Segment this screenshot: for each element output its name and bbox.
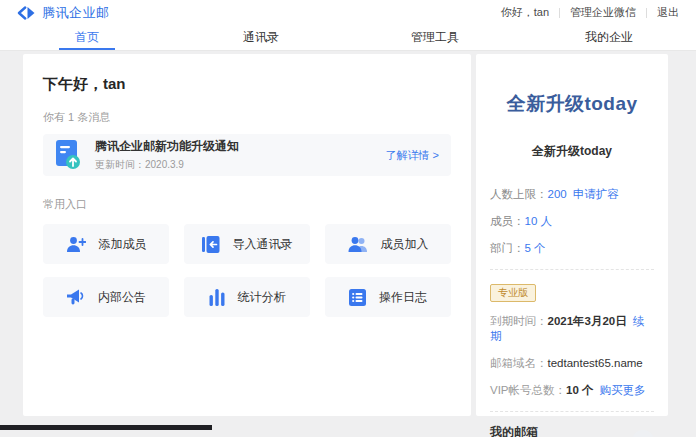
notification-text: 腾讯企业邮新功能升级通知 更新时间：2020.3.9 [95,138,239,172]
divider [646,8,647,18]
exmail-logo-icon [17,6,36,20]
upgrade-banner-subtitle[interactable]: 全新升级today [490,143,654,160]
manage-wechat-link[interactable]: 管理企业微信 [570,5,636,20]
quick-entry-label: 添加成员 [99,236,147,253]
top-links: 你好，tan 管理企业微信 退出 [501,5,679,20]
operation-log-icon [349,289,366,306]
org-stats: 人数上限：200申请扩容 成员：10 人 部门：5 个 [490,187,654,256]
notification-detail-link[interactable]: 了解详情 > [386,148,439,163]
quick-entry-label: 操作日志 [379,289,427,306]
quick-entry-label: 导入通讯录 [233,236,293,253]
greeting-title: 下午好，tan [43,75,451,94]
expire-value: 2021年3月20日 [548,315,627,327]
user-greeting-link[interactable]: 你好，tan [501,5,549,20]
member-join-button[interactable]: 成员加入 [325,224,451,264]
tab-my-company[interactable]: 我的企业 [522,25,696,50]
member-limit-row: 人数上限：200申请扩容 [490,187,654,202]
internal-announcement-button[interactable]: 内部公告 [43,277,169,317]
sidebar-panel: 全新升级today 全新升级today 人数上限：200申请扩容 成员：10 人… [476,54,668,416]
expire-row: 到期时间：2021年3月20日续期 [490,314,654,344]
expire-label: 到期时间： [490,315,548,327]
member-limit-label: 人数上限： [490,188,548,200]
logo-text: 腾讯企业邮 [42,4,110,22]
add-member-icon [66,236,86,253]
department-count-label: 部门： [490,242,525,254]
notification-title: 腾讯企业邮新功能升级通知 [95,138,239,155]
import-contacts-icon [202,236,220,253]
app-logo[interactable]: 腾讯企业邮 [17,4,110,22]
expand-capacity-link[interactable]: 申请扩容 [573,188,619,200]
member-limit-value: 200 [548,188,567,200]
tab-contacts[interactable]: 通讯录 [174,25,348,50]
divider [559,8,560,18]
content-area: 下午好，tan 你有 1 条消息 腾讯企业邮新功能升级通知 更新时间：2020.… [23,54,668,416]
vip-label: VIP帐号总数： [490,384,566,396]
notification-updated: 更新时间：2020.3.9 [95,158,239,172]
quick-entry-label: 内部公告 [98,289,146,306]
domain-label: 邮箱域名： [490,357,548,369]
add-member-button[interactable]: 添加成员 [43,224,169,264]
domain-value: tedtantest65.name [548,357,643,369]
member-count-row: 成员：10 人 [490,214,654,229]
member-join-icon [348,236,368,253]
plan-badge: 专业版 [490,284,536,302]
quick-entry-label: 统计分析 [238,289,286,306]
member-count-value: 10 人 [525,215,553,227]
member-count-label: 成员： [490,215,525,227]
department-count-value: 5 个 [525,242,546,254]
bottom-scrub-bar [0,425,212,430]
divider [490,411,654,412]
department-count-row: 部门：5 个 [490,241,654,256]
statistics-button[interactable]: 统计分析 [184,277,310,317]
top-header: 腾讯企业邮 你好，tan 管理企业微信 退出 [0,0,696,25]
notification-card[interactable]: 腾讯企业邮新功能升级通知 更新时间：2020.3.9 了解详情 > [43,134,451,176]
my-mailbox-title: 我的邮箱 [490,424,613,437]
import-contacts-button[interactable]: 导入通讯录 [184,224,310,264]
tab-admin-tools[interactable]: 管理工具 [348,25,522,50]
domain-row: 邮箱域名：tedtantest65.name [490,356,654,371]
vip-row: VIP帐号总数：10 个购买更多 [490,383,654,398]
quick-entries-grid: 添加成员 导入通讯录 成员加入 [43,224,451,317]
upgrade-banner[interactable]: 全新升级today [490,91,654,117]
statistics-icon [209,289,225,306]
buy-more-link[interactable]: 购买更多 [600,384,646,396]
operation-log-button[interactable]: 操作日志 [325,277,451,317]
messages-hint: 你有 1 条消息 [43,110,451,125]
tab-home[interactable]: 首页 [0,25,174,50]
upgrade-notice-icon [55,140,81,170]
main-nav: 首页 通讯录 管理工具 我的企业 [0,25,696,51]
goto-mailbox-button[interactable]: → [632,430,654,437]
arrow-right-icon: → [637,434,649,437]
quick-entries-title: 常用入口 [43,197,451,212]
announcement-icon [66,289,85,305]
my-mailbox-info: 我的邮箱 kefu1@tedtantest65.name [490,424,613,437]
my-mailbox-row: 我的邮箱 kefu1@tedtantest65.name → [490,424,654,437]
main-panel: 下午好，tan 你有 1 条消息 腾讯企业邮新功能升级通知 更新时间：2020.… [23,54,471,416]
logout-link[interactable]: 退出 [657,5,679,20]
quick-entry-label: 成员加入 [381,236,429,253]
vip-value: 10 个 [566,384,594,396]
divider [490,269,654,270]
